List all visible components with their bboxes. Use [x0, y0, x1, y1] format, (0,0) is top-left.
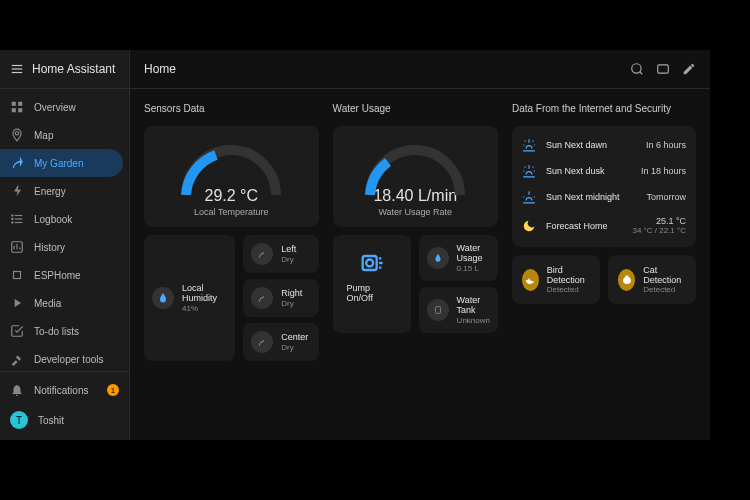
forecast-label: Forecast Home — [546, 221, 624, 231]
sidebar-item-notifications[interactable]: Notifications1 — [0, 376, 129, 404]
sidebar-item-devtools[interactable]: Developer tools — [0, 345, 129, 371]
temperature-gauge-card[interactable]: 29.2 °C Local Temperature — [144, 126, 319, 227]
humidity-card[interactable]: Local Humidity41% — [144, 235, 235, 361]
forecast-value: 25.1 °C — [632, 216, 686, 226]
hammer-icon — [10, 352, 24, 366]
svg-rect-23 — [362, 256, 376, 270]
moisture-left-value: Dry — [281, 255, 296, 264]
water-usage-value: 0.15 L — [457, 264, 490, 273]
svg-rect-25 — [435, 307, 440, 314]
sidebar-item-esphome[interactable]: ESPHome — [0, 261, 129, 289]
cat-value: Detected — [643, 285, 686, 294]
tank-icon — [427, 299, 449, 321]
map-icon — [10, 128, 24, 142]
bird-detection-card[interactable]: Bird DetectionDetected — [512, 255, 600, 304]
sunrise-icon — [522, 138, 538, 152]
notifications-badge: 1 — [107, 384, 119, 396]
moisture-left-card[interactable]: LeftDry — [243, 235, 318, 273]
moon-icon — [522, 219, 538, 233]
forecast-row[interactable]: Forecast Home25.1 °C34 °C / 22.1 °C — [522, 210, 686, 241]
humidity-value: 41% — [182, 304, 227, 313]
bird-value: Detected — [547, 285, 590, 294]
dashboard-icon — [10, 100, 24, 114]
sidebar-item-label: Developer tools — [34, 354, 103, 365]
svg-rect-5 — [12, 108, 16, 112]
avatar: T — [10, 411, 28, 429]
cat-detection-card[interactable]: Cat DetectionDetected — [608, 255, 696, 304]
moisture-right-card[interactable]: RightDry — [243, 279, 318, 317]
sun-dawn-row[interactable]: Sun Next dawnIn 6 hours — [522, 132, 686, 158]
bird-label: Bird Detection — [547, 265, 590, 285]
sidebar-item-energy[interactable]: Energy — [0, 177, 129, 205]
leaf-icon — [10, 156, 24, 170]
sun-dawn-label: Sun Next dawn — [546, 140, 638, 150]
sun-midnight-row[interactable]: Sun Next midnightTomorrow — [522, 184, 686, 210]
bird-icon — [522, 269, 539, 291]
water-tank-card[interactable]: Water TankUnknown — [419, 287, 498, 333]
sidebar: Home Assistant Overview Map My Garden En… — [0, 50, 130, 440]
page-title: Home — [144, 62, 618, 76]
sensors-column: Sensors Data 29.2 °C Local Temperature L… — [144, 103, 319, 426]
sun-dusk-value: In 18 hours — [641, 166, 686, 176]
topbar: Home — [130, 50, 710, 89]
sidebar-item-mygarden[interactable]: My Garden — [0, 149, 123, 177]
water-usage-card[interactable]: Water Usage0.15 L — [419, 235, 498, 281]
sidebar-item-label: History — [34, 242, 65, 253]
sun-dusk-row[interactable]: Sun Next duskIn 18 hours — [522, 158, 686, 184]
water-tank-value: Unknown — [457, 316, 490, 325]
temperature-gauge — [176, 140, 286, 195]
sidebar-bottom: Notifications1 TToshit — [0, 371, 129, 440]
sidebar-item-todo[interactable]: To-do lists — [0, 317, 129, 345]
section-title-internet: Data From the Internet and Security — [512, 103, 696, 114]
moisture-center-label: Center — [281, 332, 308, 342]
sidebar-item-label: To-do lists — [34, 326, 79, 337]
search-icon[interactable] — [630, 62, 644, 76]
moisture-left-label: Left — [281, 244, 296, 254]
moisture-center-card[interactable]: CenterDry — [243, 323, 318, 361]
svg-point-13 — [12, 222, 13, 223]
menu-icon[interactable] — [10, 62, 24, 76]
chip-icon — [10, 268, 24, 282]
list-icon — [10, 212, 24, 226]
sun-forecast-card: Sun Next dawnIn 6 hours Sun Next duskIn … — [512, 126, 696, 247]
app-title: Home Assistant — [32, 62, 115, 76]
sidebar-item-label: Toshit — [38, 415, 64, 426]
svg-point-12 — [12, 218, 13, 219]
sidebar-item-map[interactable]: Map — [0, 121, 129, 149]
assist-icon[interactable] — [656, 62, 670, 76]
svg-rect-6 — [18, 108, 22, 112]
svg-point-20 — [632, 64, 641, 73]
content: Sensors Data 29.2 °C Local Temperature L… — [130, 89, 710, 440]
sidebar-item-label: Overview — [34, 102, 76, 113]
svg-point-24 — [366, 260, 373, 267]
sidebar-item-media[interactable]: Media — [0, 289, 129, 317]
edit-icon[interactable] — [682, 62, 696, 76]
svg-point-11 — [12, 215, 13, 216]
leaf-off-icon — [251, 287, 273, 309]
main: Home Sensors Data 29.2 °C Local Temperat… — [130, 50, 710, 440]
sidebar-item-logbook[interactable]: Logbook — [0, 205, 129, 233]
water-gauge-card[interactable]: 18.40 L/min Water Usage Rate — [333, 126, 498, 227]
sidebar-item-label: Notifications — [34, 385, 88, 396]
leaf-off-icon — [251, 243, 273, 265]
check-icon — [10, 324, 24, 338]
svg-rect-4 — [18, 102, 22, 106]
water-gauge — [360, 140, 470, 195]
sidebar-item-user[interactable]: TToshit — [0, 404, 129, 436]
sidebar-item-label: My Garden — [34, 158, 83, 169]
pump-card[interactable]: Pump On/Off — [333, 235, 411, 333]
sun-midnight-value: Tomorrow — [646, 192, 686, 202]
sidebar-item-label: Logbook — [34, 214, 72, 225]
sidebar-item-label: Energy — [34, 186, 66, 197]
pump-label: Pump On/Off — [347, 283, 397, 303]
sidebar-item-label: ESPHome — [34, 270, 81, 281]
svg-rect-3 — [12, 102, 16, 106]
svg-line-21 — [640, 72, 643, 75]
chart-icon — [10, 240, 24, 254]
humidity-label: Local Humidity — [182, 283, 227, 303]
sidebar-item-overview[interactable]: Overview — [0, 93, 129, 121]
svg-point-7 — [15, 132, 19, 136]
sidebar-item-history[interactable]: History — [0, 233, 129, 261]
water-drop-icon — [152, 287, 174, 309]
cat-icon — [618, 269, 635, 291]
